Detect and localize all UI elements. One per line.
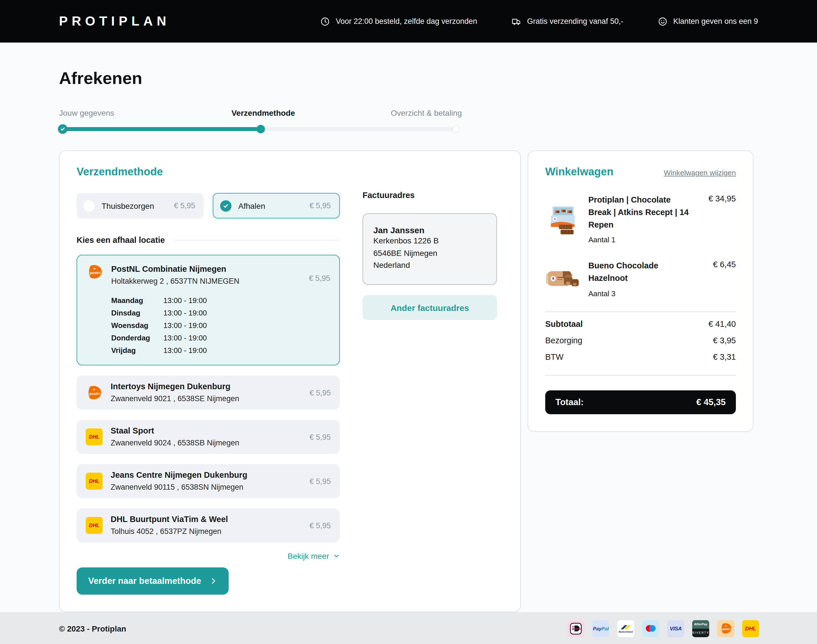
- method-thuisbezorgen[interactable]: Thuisbezorgen € 5,95: [77, 193, 204, 218]
- radio-checked-icon[interactable]: [220, 200, 231, 212]
- content-columns: Verzendmethode Thuisbezorgen € 5,95 Afha…: [59, 150, 758, 612]
- cart-item-name: Protiplan | Chocolate Break | Atkins Rec…: [589, 194, 691, 231]
- summary-label: Subtotaal: [545, 319, 582, 328]
- location-name: Intertoys Nijmegen Dukenburg: [110, 381, 302, 393]
- location-price: € 5,95: [310, 388, 331, 397]
- billing-address-card: Jan Janssen Kerkenbos 1226 B 6546BE Nijm…: [363, 213, 497, 285]
- step-jouw-gegevens[interactable]: Jouw gegevens: [59, 108, 114, 118]
- step-upcoming-dot: [453, 126, 459, 132]
- location-address: Zwanenveld 9021 , 6538SE Nijmegen: [110, 393, 302, 405]
- payment-visa-icon: VISA: [667, 620, 684, 637]
- method-label: Afhalen: [238, 201, 265, 210]
- smiley-icon: [657, 16, 667, 26]
- location-price: € 5,95: [310, 521, 331, 530]
- bekijk-meer-link[interactable]: Bekijk meer: [288, 552, 340, 561]
- hours-time: 13:00 - 19:00: [163, 321, 207, 330]
- cart-summary: Subtotaal € 41,40 Bezorging € 3,95 BTW €…: [545, 319, 736, 362]
- shipping-methods: Thuisbezorgen € 5,95 Afhalen € 5,95: [77, 193, 340, 218]
- location-heading: Kies een afhaal locatie: [77, 236, 165, 245]
- summary-value: € 3,31: [713, 353, 736, 362]
- pickup-location-staal-sport[interactable]: DHL Staal Sport Zwanenveld 9024 , 6538SB…: [77, 420, 340, 454]
- shipping-heading: Verzendmethode: [77, 166, 340, 178]
- bekijk-meer-label: Bekijk meer: [288, 552, 329, 561]
- main-content: Afrekenen Jouw gegevens Verzendmethode O…: [0, 43, 817, 612]
- page: PROTIPLAN Voor 22:00 besteld, zelfde dag…: [0, 0, 817, 644]
- top-bar: PROTIPLAN Voor 22:00 besteld, zelfde dag…: [0, 0, 817, 43]
- cart-card: Winkelwagen Winkelwagen wijzigen: [528, 150, 753, 432]
- svg-text:iDEAL: iDEAL: [575, 627, 582, 630]
- hours-time: 13:00 - 19:00: [163, 334, 207, 342]
- pickup-location-postnl-combinatie[interactable]: post nl PostNL Combinatie Nijmegen Holta…: [77, 255, 340, 365]
- billing-country: Nederland: [373, 259, 486, 272]
- radio-unchecked-icon[interactable]: [83, 200, 95, 212]
- svg-text:post: post: [90, 271, 98, 275]
- location-address: Zwanenveld 90115 , 6538SN Nijmegen: [110, 482, 302, 493]
- svg-text:nl: nl: [97, 391, 100, 396]
- usp-text: Gratis verzending vanaf 50,-: [527, 17, 623, 26]
- continue-label: Verder naar betaalmethode: [88, 576, 201, 586]
- svg-text:post: post: [89, 391, 98, 396]
- edit-cart-link[interactable]: Winkelwagen wijzigen: [664, 169, 736, 177]
- location-price: € 5,95: [310, 432, 331, 441]
- cart-item-price: € 6,45: [713, 260, 736, 298]
- step-overzicht-betaling: Overzicht & betaling: [390, 108, 462, 118]
- cart-item: Bueno Chocolade Hazelnoot Aantal 3 € 6,4…: [545, 260, 736, 298]
- cart-item-qty: Aantal 1: [589, 236, 691, 244]
- location-name: Staal Sport: [110, 425, 302, 437]
- cart-item: Protiplan | Chocolate Break | Atkins Rec…: [545, 194, 736, 244]
- summary-value: € 3,95: [713, 336, 736, 345]
- cart-heading: Winkelwagen: [545, 166, 613, 178]
- svg-text:nl: nl: [98, 271, 101, 275]
- location-name: PostNL Combinatie Nijmegen: [111, 263, 301, 276]
- other-billing-address-button[interactable]: Ander factuuradres: [363, 295, 497, 320]
- product-image-bueno: [545, 260, 580, 298]
- pickup-location-jeans-centre[interactable]: DHL Jeans Centre Nijmegen Dukenburg Zwan…: [77, 464, 340, 498]
- pickup-location-intertoys[interactable]: post nl Intertoys Nijmegen Dukenburg Zwa…: [77, 376, 340, 409]
- billing-name: Jan Janssen: [373, 225, 486, 235]
- postnl-logo-icon: post nl: [86, 263, 103, 280]
- usp-text: Voor 22:00 besteld, zelfde dag verzonden: [336, 17, 477, 26]
- step-done-check-icon: [58, 124, 67, 134]
- page-title: Afrekenen: [59, 69, 758, 88]
- payment-dhl-icon: DHL: [742, 620, 759, 637]
- hours-day: Donderdag: [111, 334, 163, 342]
- shipping-card: Verzendmethode Thuisbezorgen € 5,95 Afha…: [59, 150, 521, 612]
- dhl-logo-icon: DHL: [86, 428, 103, 445]
- hours-day: Woensdag: [111, 321, 163, 330]
- brand-logo[interactable]: PROTIPLAN: [59, 14, 170, 29]
- divider: [173, 240, 340, 240]
- location-address: Holtakkerweg 2 , 6537TN NIJMEGEN: [111, 276, 301, 287]
- summary-row-subtotal: Subtotaal € 41,40: [545, 319, 736, 328]
- location-address: Tolhuis 4052 , 6537PZ Nijmegen: [110, 526, 302, 538]
- location-address: Zwanenveld 9024 , 6538SB Nijmegen: [110, 437, 302, 449]
- divider: [545, 311, 736, 312]
- usp-bar: Voor 22:00 besteld, zelfde dag verzonden…: [320, 16, 758, 26]
- svg-text:post: post: [722, 627, 728, 631]
- dhl-logo-icon: DHL: [86, 473, 103, 490]
- shipping-column: Verzendmethode Thuisbezorgen € 5,95 Afha…: [77, 166, 340, 595]
- billing-heading: Factuuradres: [363, 191, 497, 200]
- product-image-chocolate-break: [545, 194, 580, 244]
- usp-same-day: Voor 22:00 besteld, zelfde dag verzonden: [320, 16, 477, 26]
- divider: [545, 375, 736, 376]
- cart-item-name: Bueno Chocolade Hazelnoot: [589, 260, 691, 285]
- payment-postnl-icon: post nl: [717, 620, 734, 637]
- truck-icon: [511, 16, 521, 26]
- cart-item-price: € 34,95: [708, 194, 736, 244]
- payment-methods: iDEAL PayPal Bancontact VISA AfterPay RI…: [567, 620, 759, 637]
- cart-item-qty: Aantal 3: [589, 289, 691, 298]
- method-afhalen[interactable]: Afhalen € 5,95: [213, 193, 340, 218]
- continue-to-payment-button[interactable]: Verder naar betaalmethode: [77, 567, 228, 595]
- hours-time: 13:00 - 19:00: [163, 296, 207, 305]
- method-price: € 5,95: [174, 201, 195, 210]
- pickup-location-dhl-buurtpunt[interactable]: DHL DHL Buurtpunt ViaTim & Weel Tolhuis …: [77, 508, 340, 543]
- hours-time: 13:00 - 19:00: [163, 309, 207, 317]
- postnl-logo-icon: post nl: [86, 384, 103, 401]
- total-bar: Totaal: € 45,35: [545, 390, 736, 414]
- progress-fill: [59, 127, 261, 131]
- checkout-progress: Jouw gegevens Verzendmethode Overzicht &…: [59, 108, 758, 138]
- payment-ideal-icon: iDEAL: [567, 620, 584, 637]
- copyright: © 2023 - Protiplan: [59, 624, 126, 633]
- usp-text: Klanten geven ons een 9: [673, 17, 758, 26]
- hours-day: Maandag: [111, 296, 163, 305]
